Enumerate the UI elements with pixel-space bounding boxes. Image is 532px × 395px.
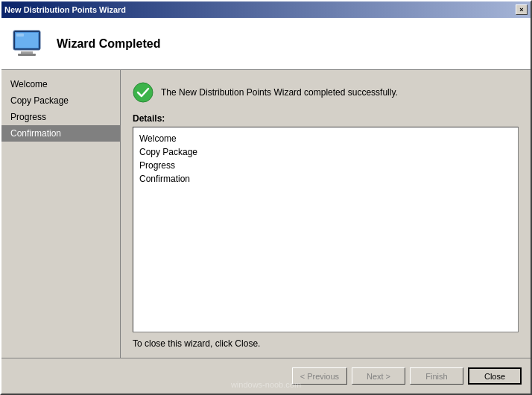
- title-bar-buttons: ×: [516, 4, 528, 15]
- sidebar-item-copy-package[interactable]: Copy Package: [1, 92, 120, 109]
- svg-rect-3: [18, 54, 36, 56]
- detail-item-confirmation: Confirmation: [139, 172, 512, 186]
- close-window-button[interactable]: ×: [516, 4, 528, 15]
- wizard-icon: [10, 26, 46, 62]
- svg-rect-2: [21, 51, 33, 54]
- next-button[interactable]: Next >: [352, 367, 405, 385]
- detail-item-copy-package: Copy Package: [139, 145, 512, 159]
- success-row: The New Distribution Points Wizard compl…: [133, 82, 519, 103]
- main-panel: The New Distribution Points Wizard compl…: [121, 70, 531, 358]
- close-hint: To close this wizard, click Close.: [133, 338, 519, 349]
- title-bar: New Distribution Points Wizard ×: [1, 1, 531, 18]
- sidebar-item-welcome[interactable]: Welcome: [1, 76, 120, 92]
- sidebar: Welcome Copy Package Progress Confirmati…: [1, 70, 121, 358]
- sidebar-item-confirmation[interactable]: Confirmation: [1, 125, 120, 142]
- svg-point-6: [133, 83, 153, 102]
- window-title: New Distribution Points Wizard: [4, 5, 126, 14]
- header-area: Wizard Completed: [1, 18, 531, 70]
- success-message: The New Distribution Points Wizard compl…: [161, 87, 398, 98]
- wizard-window: New Distribution Points Wizard × Wizard …: [0, 0, 532, 395]
- details-label: Details:: [133, 113, 519, 124]
- success-icon: [133, 82, 153, 103]
- previous-button[interactable]: < Previous: [292, 367, 347, 385]
- header-title: Wizard Completed: [57, 37, 160, 51]
- finish-button[interactable]: Finish: [410, 367, 463, 385]
- sidebar-item-progress[interactable]: Progress: [1, 109, 120, 125]
- detail-item-progress: Progress: [139, 159, 512, 172]
- content-area: Welcome Copy Package Progress Confirmati…: [1, 70, 531, 358]
- close-button[interactable]: Close: [468, 367, 522, 385]
- details-box: Welcome Copy Package Progress Confirmati…: [133, 127, 519, 332]
- svg-rect-5: [16, 34, 24, 37]
- detail-item-welcome: Welcome: [139, 132, 512, 145]
- footer: < Previous Next > Finish Close: [1, 358, 531, 394]
